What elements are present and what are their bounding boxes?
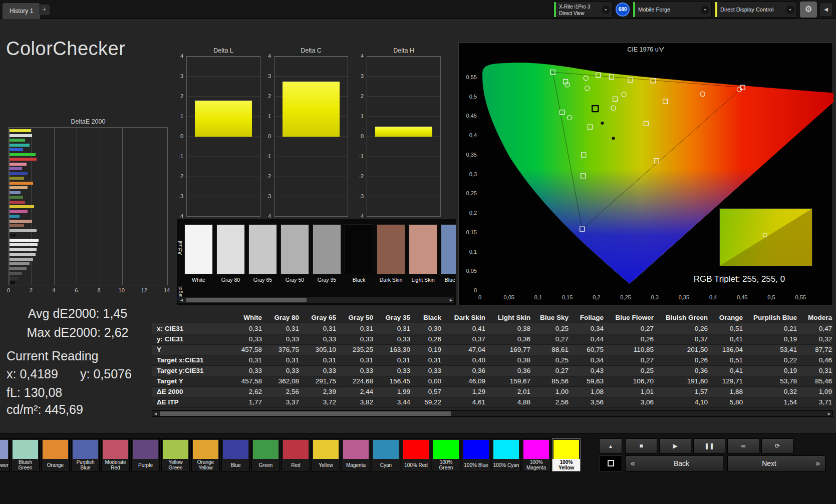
row-label: Y	[152, 344, 232, 355]
table-cell: 0,32	[802, 334, 833, 344]
table-cell: 0,19	[748, 365, 802, 376]
reading-x: x: 0,4189	[7, 367, 58, 381]
pause-button[interactable]: ❚❚	[693, 438, 725, 453]
axis-tick: 6	[75, 287, 78, 293]
patch-button-purplish-blue[interactable]: Purplish Blue	[71, 438, 100, 471]
swatch-color	[248, 224, 277, 274]
chart-title: Delta L	[186, 47, 260, 54]
swatch-color	[184, 224, 213, 274]
patch-label: Yellow Green	[162, 459, 189, 471]
patch-button-orange-yellow[interactable]: Orange Yellow	[191, 438, 220, 471]
display-control-dropdown[interactable]: Direct Display Control ▼	[715, 2, 797, 18]
patch-button-moderate-red[interactable]: Moderate Red	[101, 438, 130, 471]
axis-tick: -4	[266, 213, 271, 219]
scrollbar-thumb[interactable]	[160, 411, 451, 416]
loop-button[interactable]: ⟳	[761, 438, 793, 453]
patch-button-green[interactable]: Green	[251, 438, 280, 471]
patch-color	[163, 440, 188, 459]
play-button[interactable]: ▶	[659, 438, 691, 453]
axis-tick: 0,15	[466, 229, 477, 235]
deltae-bar	[10, 163, 27, 166]
table-cell: 2,56	[535, 397, 574, 407]
deltae-bar	[10, 281, 15, 284]
axis-tick: 3	[361, 73, 364, 79]
scroll-right-icon[interactable]: ▶	[826, 411, 832, 416]
patch-button-magenta[interactable]: Magenta	[342, 438, 370, 471]
table-cell: 0,37	[659, 334, 713, 344]
collapse-panel-button[interactable]: ◀	[820, 3, 832, 16]
chevron-down-icon[interactable]: ▼	[786, 6, 794, 14]
table-cell: 59,63	[574, 376, 609, 386]
axis-tick: 10	[119, 287, 125, 293]
axis-tick: -3	[359, 193, 364, 199]
square-icon	[608, 460, 614, 466]
back-button[interactable]: « Back	[625, 455, 723, 471]
next-button[interactable]: Next »	[727, 455, 825, 471]
actual-row-label: Actual	[177, 225, 183, 270]
row-label: Target x:CIE31	[152, 355, 232, 365]
table-cell: 3,06	[609, 397, 659, 407]
table-cell: 0,33	[304, 334, 341, 344]
table-cell: 3,44	[378, 397, 415, 407]
scroll-left-icon[interactable]: ◀	[178, 297, 185, 303]
patch-button-100-red[interactable]: 100% Red	[402, 438, 430, 471]
table-cell: 0,36	[490, 334, 535, 344]
chevron-down-icon[interactable]: ▼	[701, 6, 709, 14]
patch-button-blue[interactable]: Blue	[221, 438, 250, 471]
table-cell: 5,80	[713, 397, 748, 407]
settings-button[interactable]: ⚙	[800, 2, 817, 18]
swatch-scrollbar[interactable]: ◀ ▶	[178, 297, 455, 303]
stop-button[interactable]: ■	[625, 438, 657, 453]
table-row: ΔE 20002,622,562,392,441,990,571,292,011…	[152, 386, 833, 397]
patch-button-yellow-green[interactable]: Yellow Green	[161, 438, 190, 471]
patch-button-blue-flower[interactable]: Blue Flower	[0, 438, 10, 471]
patch-button-yellow[interactable]: Yellow	[312, 438, 340, 471]
column-header: Light Skin	[490, 311, 535, 323]
patch-button-100-green[interactable]: 100% Green	[432, 438, 460, 471]
patch-label: Blue	[222, 459, 249, 471]
scrollbar-thumb[interactable]	[186, 298, 307, 302]
axis-tick: 8	[98, 287, 101, 293]
table-cell: 1,01	[609, 386, 659, 397]
axis-tick: 14	[164, 287, 170, 293]
tab-history-1[interactable]: History 1	[3, 3, 40, 19]
patch-button-orange[interactable]: Orange	[41, 438, 70, 471]
patch-label: 100% Yellow	[552, 459, 580, 471]
patch-button-red[interactable]: Red	[282, 438, 310, 471]
swatch-color	[216, 224, 245, 274]
patch-button-100-blue[interactable]: 100% Blue	[462, 438, 490, 471]
patch-button-100-magenta[interactable]: 100% Magenta	[522, 438, 550, 471]
reference-dot	[612, 137, 615, 140]
patch-button-100-cyan[interactable]: 100% Cyan	[492, 438, 520, 471]
meter-name: X-Rite i1Pro 3	[559, 4, 600, 10]
add-tab-button[interactable]: +	[39, 5, 50, 15]
patch-button-100-yellow[interactable]: 100% Yellow	[552, 438, 581, 471]
table-cell: 305,10	[304, 344, 341, 355]
table-cell: 4,61	[446, 397, 490, 407]
pattern-up-button[interactable]: ▲	[599, 438, 622, 453]
axis-tick: -1	[266, 153, 271, 159]
delta-bar	[375, 127, 432, 137]
axis-tick: 4	[268, 53, 271, 59]
scroll-right-icon[interactable]: ▶	[448, 297, 454, 303]
table-cell: 376,75	[267, 344, 304, 355]
continuous-button[interactable]: ∞	[727, 438, 759, 453]
swatch-strip: Actual Target WhiteGray 80Gray 65Gray 50…	[177, 219, 456, 305]
patch-button-cyan[interactable]: Cyan	[372, 438, 400, 471]
scroll-left-icon[interactable]: ◀	[152, 411, 159, 416]
deltae-bar	[10, 134, 32, 137]
results-table-wrap: WhiteGray 80Gray 65Gray 50Gray 35BlackDa…	[152, 311, 833, 409]
pattern-window-button[interactable]	[599, 455, 622, 471]
chevron-down-icon[interactable]: ▼	[602, 6, 610, 14]
patch-button-purple[interactable]: Purple	[131, 438, 160, 471]
row-label: ΔE ITP	[152, 397, 232, 407]
table-cell: 0,34	[574, 355, 609, 365]
deltae-bar	[10, 239, 39, 242]
meter-dropdown[interactable]: X-Rite i1Pro 3 Direct View ▼	[553, 2, 613, 18]
source-dropdown[interactable]: Mobile Forge ▼	[633, 2, 712, 18]
patch-button-bluish-green[interactable]: Bluish Green	[11, 438, 40, 471]
table-scrollbar[interactable]: ◀ ▶	[152, 410, 833, 417]
measurement-marker	[763, 233, 767, 237]
swatch-white: White	[184, 224, 213, 283]
table-cell: 3,56	[574, 397, 609, 407]
